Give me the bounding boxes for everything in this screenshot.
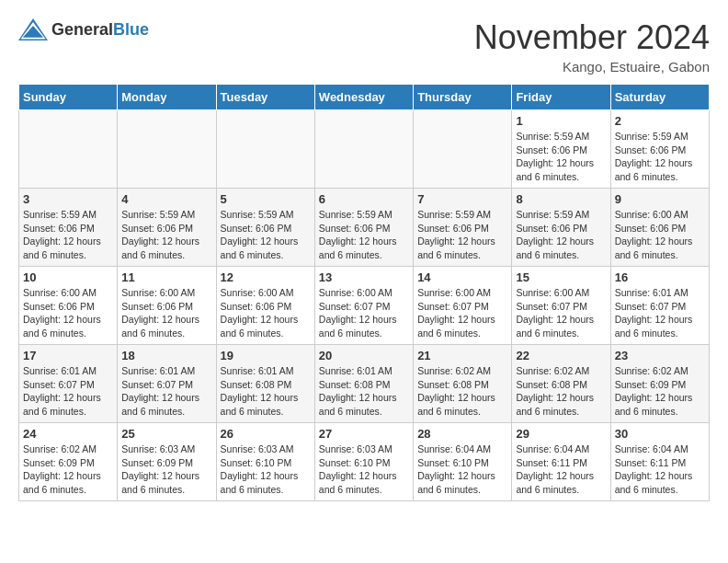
day-number: 14 — [417, 270, 507, 284]
calendar-day-cell: 16Sunrise: 6:01 AMSunset: 6:07 PMDayligh… — [610, 267, 709, 345]
day-info: Sunrise: 6:02 AMSunset: 6:09 PMDaylight:… — [23, 442, 113, 497]
weekday-sunday: Sunday — [19, 85, 118, 110]
day-number: 21 — [417, 349, 507, 362]
day-info: Sunrise: 6:03 AMSunset: 6:10 PMDaylight:… — [319, 442, 409, 497]
calendar-day-cell: 2Sunrise: 5:59 AMSunset: 6:06 PMDaylight… — [610, 110, 709, 189]
calendar-day-cell: 19Sunrise: 6:01 AMSunset: 6:08 PMDayligh… — [216, 345, 314, 423]
day-info: Sunrise: 5:59 AMSunset: 6:06 PMDaylight:… — [417, 208, 507, 262]
day-info: Sunrise: 6:00 AMSunset: 6:06 PMDaylight:… — [23, 286, 113, 340]
calendar-day-cell: 21Sunrise: 6:02 AMSunset: 6:08 PMDayligh… — [414, 345, 512, 423]
day-number: 20 — [319, 349, 409, 362]
day-number: 3 — [23, 192, 113, 206]
calendar-day-cell — [314, 110, 413, 189]
calendar-day-cell: 27Sunrise: 6:03 AMSunset: 6:10 PMDayligh… — [314, 423, 413, 501]
day-number: 23 — [615, 349, 705, 362]
day-number: 1 — [516, 114, 606, 128]
calendar-day-cell: 28Sunrise: 6:04 AMSunset: 6:10 PMDayligh… — [414, 423, 512, 501]
day-number: 10 — [23, 270, 113, 284]
logo-icon — [18, 18, 48, 40]
day-info: Sunrise: 6:01 AMSunset: 6:08 PMDaylight:… — [319, 364, 409, 419]
calendar-day-cell — [216, 110, 314, 189]
day-info: Sunrise: 6:00 AMSunset: 6:06 PMDaylight:… — [121, 286, 211, 340]
calendar-day-cell: 5Sunrise: 5:59 AMSunset: 6:06 PMDaylight… — [216, 189, 314, 267]
calendar-day-cell: 23Sunrise: 6:02 AMSunset: 6:09 PMDayligh… — [610, 345, 709, 423]
calendar-day-cell — [19, 110, 118, 189]
day-number: 24 — [23, 427, 113, 441]
day-info: Sunrise: 6:04 AMSunset: 6:10 PMDaylight:… — [417, 442, 507, 497]
day-info: Sunrise: 6:00 AMSunset: 6:07 PMDaylight:… — [417, 286, 507, 340]
day-number: 22 — [516, 349, 606, 362]
calendar-day-cell: 6Sunrise: 5:59 AMSunset: 6:06 PMDaylight… — [314, 189, 413, 267]
calendar-day-cell: 3Sunrise: 5:59 AMSunset: 6:06 PMDaylight… — [19, 189, 118, 267]
day-info: Sunrise: 5:59 AMSunset: 6:06 PMDaylight:… — [615, 130, 705, 184]
calendar-day-cell: 10Sunrise: 6:00 AMSunset: 6:06 PMDayligh… — [19, 267, 118, 345]
calendar-body: 1Sunrise: 5:59 AMSunset: 6:06 PMDaylight… — [19, 110, 710, 501]
day-number: 29 — [516, 427, 606, 441]
day-number: 30 — [615, 427, 705, 441]
day-number: 15 — [516, 270, 606, 284]
weekday-header-row: SundayMondayTuesdayWednesdayThursdayFrid… — [19, 85, 710, 110]
day-info: Sunrise: 6:01 AMSunset: 6:08 PMDaylight:… — [221, 364, 311, 419]
day-info: Sunrise: 6:04 AMSunset: 6:11 PMDaylight:… — [615, 442, 705, 497]
day-info: Sunrise: 6:00 AMSunset: 6:07 PMDaylight:… — [319, 286, 409, 340]
calendar-header: SundayMondayTuesdayWednesdayThursdayFrid… — [19, 85, 710, 110]
day-info: Sunrise: 6:03 AMSunset: 6:10 PMDaylight:… — [221, 442, 311, 497]
day-info: Sunrise: 5:59 AMSunset: 6:06 PMDaylight:… — [121, 208, 211, 262]
calendar-day-cell: 18Sunrise: 6:01 AMSunset: 6:07 PMDayligh… — [118, 345, 216, 423]
calendar-day-cell: 15Sunrise: 6:00 AMSunset: 6:07 PMDayligh… — [512, 267, 610, 345]
calendar-day-cell: 11Sunrise: 6:00 AMSunset: 6:06 PMDayligh… — [118, 267, 216, 345]
day-number: 28 — [417, 427, 507, 441]
day-number: 9 — [615, 192, 705, 206]
calendar-day-cell: 20Sunrise: 6:01 AMSunset: 6:08 PMDayligh… — [314, 345, 413, 423]
calendar-day-cell: 29Sunrise: 6:04 AMSunset: 6:11 PMDayligh… — [512, 423, 610, 501]
calendar-day-cell: 7Sunrise: 5:59 AMSunset: 6:06 PMDaylight… — [414, 189, 512, 267]
day-info: Sunrise: 5:59 AMSunset: 6:06 PMDaylight:… — [221, 208, 311, 262]
calendar-day-cell — [118, 110, 216, 189]
logo-blue-text: Blue — [113, 20, 149, 39]
page-header: GeneralBlue November 2024 Kango, Estuair… — [18, 18, 710, 75]
day-info: Sunrise: 6:01 AMSunset: 6:07 PMDaylight:… — [23, 364, 113, 419]
day-number: 19 — [221, 349, 311, 362]
day-number: 4 — [121, 192, 211, 206]
calendar-day-cell — [414, 110, 512, 189]
day-number: 5 — [221, 192, 311, 206]
calendar-day-cell: 8Sunrise: 5:59 AMSunset: 6:06 PMDaylight… — [512, 189, 610, 267]
day-number: 16 — [615, 270, 705, 284]
day-number: 25 — [121, 427, 211, 441]
day-number: 17 — [23, 349, 113, 362]
calendar-day-cell: 24Sunrise: 6:02 AMSunset: 6:09 PMDayligh… — [19, 423, 118, 501]
day-info: Sunrise: 6:01 AMSunset: 6:07 PMDaylight:… — [121, 364, 211, 419]
day-info: Sunrise: 6:00 AMSunset: 6:06 PMDaylight:… — [221, 286, 311, 340]
weekday-tuesday: Tuesday — [216, 85, 314, 110]
day-info: Sunrise: 5:59 AMSunset: 6:06 PMDaylight:… — [319, 208, 409, 262]
day-number: 7 — [417, 192, 507, 206]
calendar-week-row: 10Sunrise: 6:00 AMSunset: 6:06 PMDayligh… — [19, 267, 710, 345]
logo: GeneralBlue — [18, 18, 149, 40]
day-info: Sunrise: 5:59 AMSunset: 6:06 PMDaylight:… — [23, 208, 113, 262]
weekday-monday: Monday — [118, 85, 216, 110]
day-info: Sunrise: 6:04 AMSunset: 6:11 PMDaylight:… — [516, 442, 606, 497]
day-info: Sunrise: 6:00 AMSunset: 6:06 PMDaylight:… — [615, 208, 705, 262]
day-number: 8 — [516, 192, 606, 206]
day-number: 2 — [615, 114, 705, 128]
calendar-day-cell: 30Sunrise: 6:04 AMSunset: 6:11 PMDayligh… — [610, 423, 709, 501]
calendar-day-cell: 13Sunrise: 6:00 AMSunset: 6:07 PMDayligh… — [314, 267, 413, 345]
calendar-week-row: 1Sunrise: 5:59 AMSunset: 6:06 PMDaylight… — [19, 110, 710, 189]
day-info: Sunrise: 5:59 AMSunset: 6:06 PMDaylight:… — [516, 208, 606, 262]
day-number: 13 — [319, 270, 409, 284]
calendar-day-cell: 26Sunrise: 6:03 AMSunset: 6:10 PMDayligh… — [216, 423, 314, 501]
calendar-week-row: 3Sunrise: 5:59 AMSunset: 6:06 PMDaylight… — [19, 189, 710, 267]
day-info: Sunrise: 6:01 AMSunset: 6:07 PMDaylight:… — [615, 286, 705, 340]
calendar-day-cell: 14Sunrise: 6:00 AMSunset: 6:07 PMDayligh… — [414, 267, 512, 345]
weekday-thursday: Thursday — [414, 85, 512, 110]
day-info: Sunrise: 6:03 AMSunset: 6:09 PMDaylight:… — [121, 442, 211, 497]
calendar-day-cell: 1Sunrise: 5:59 AMSunset: 6:06 PMDaylight… — [512, 110, 610, 189]
calendar-day-cell: 17Sunrise: 6:01 AMSunset: 6:07 PMDayligh… — [19, 345, 118, 423]
day-number: 12 — [221, 270, 311, 284]
weekday-wednesday: Wednesday — [314, 85, 413, 110]
weekday-saturday: Saturday — [610, 85, 709, 110]
location-subtitle: Kango, Estuaire, Gabon — [474, 59, 710, 75]
day-number: 11 — [121, 270, 211, 284]
day-number: 27 — [319, 427, 409, 441]
day-number: 18 — [121, 349, 211, 362]
